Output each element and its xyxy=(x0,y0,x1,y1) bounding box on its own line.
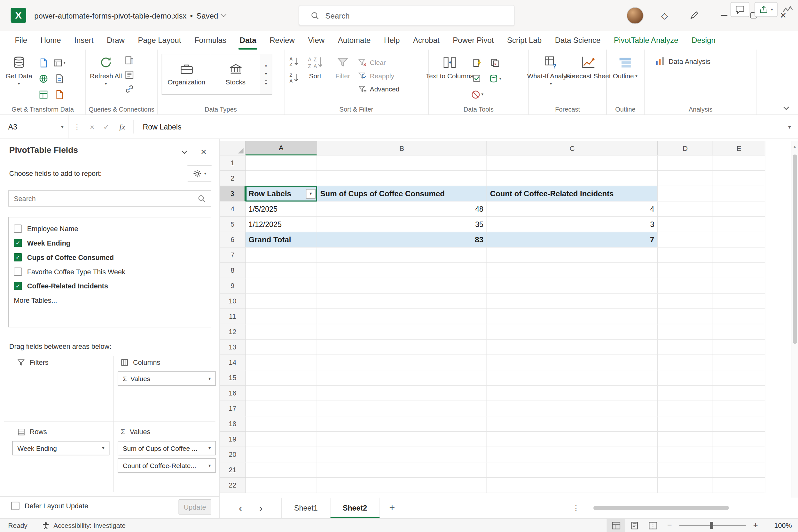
cell-C20[interactable] xyxy=(487,447,658,462)
column-header-e[interactable]: E xyxy=(713,141,765,156)
zoom-in-button[interactable]: + xyxy=(748,521,763,530)
cell-C22[interactable] xyxy=(487,478,658,493)
row-header-17[interactable]: 17 xyxy=(220,401,246,416)
cell-D18[interactable] xyxy=(658,416,713,432)
sparkline-icon[interactable] xyxy=(783,5,794,14)
relationships-icon[interactable]: ▾ xyxy=(489,74,501,83)
columns-zone[interactable]: ΣValues▾ xyxy=(118,372,218,386)
tab-script-lab[interactable]: Script Lab xyxy=(500,31,548,50)
cell-D14[interactable] xyxy=(658,355,713,370)
cell-C17[interactable] xyxy=(487,401,658,416)
comments-button[interactable] xyxy=(730,2,749,17)
horizontal-scrollbar[interactable] xyxy=(588,506,788,510)
cell-C12[interactable] xyxy=(487,324,658,340)
row-header-2[interactable]: 2 xyxy=(220,171,246,186)
area-field-pill[interactable]: ΣValues▾ xyxy=(118,372,216,386)
cell-C5[interactable]: 3 xyxy=(487,217,658,232)
cell-C8[interactable] xyxy=(487,263,658,278)
cell-C1[interactable] xyxy=(487,155,658,171)
collapse-ribbon-icon[interactable] xyxy=(783,106,790,110)
cell-D4[interactable] xyxy=(658,202,713,217)
rows-area[interactable]: Rows Week Ending▾ xyxy=(4,425,112,492)
cell-E12[interactable] xyxy=(713,324,765,340)
what-if-analysis-button[interactable]: ? What-If Analysis▾ xyxy=(533,53,569,90)
sheet-tab-sheet1[interactable]: Sheet1 xyxy=(281,498,330,518)
tab-home[interactable]: Home xyxy=(34,31,68,50)
cell-B19[interactable] xyxy=(317,432,487,447)
fields-search-box[interactable]: Search xyxy=(8,190,211,207)
row-header-13[interactable]: 13 xyxy=(220,340,246,355)
row-header-5[interactable]: 5 xyxy=(220,217,246,232)
cell-A11[interactable] xyxy=(246,309,317,324)
select-all-corner[interactable] xyxy=(220,141,246,156)
scroll-up-icon[interactable]: ▴ xyxy=(791,144,798,149)
cell-D8[interactable] xyxy=(658,263,713,278)
pen-icon[interactable] xyxy=(679,0,709,31)
cell-A16[interactable] xyxy=(246,385,317,401)
field-item[interactable]: Employee Name xyxy=(12,222,208,236)
tab-pivottable-analyze[interactable]: PivotTable Analyze xyxy=(607,31,685,50)
values-area[interactable]: Σ Values Sum of Cups of Coffee ...▾Count… xyxy=(118,425,218,492)
fields-options-button[interactable]: ▾ xyxy=(187,165,212,182)
field-checkbox[interactable]: ✓ xyxy=(14,253,22,262)
values-zone[interactable]: Sum of Cups of Coffee ...▾Count of Coffe… xyxy=(118,441,218,473)
cell-C11[interactable] xyxy=(487,309,658,324)
cell-D20[interactable] xyxy=(658,447,713,462)
insert-function-button[interactable]: fx xyxy=(114,122,131,131)
cell-E3[interactable] xyxy=(713,186,765,202)
chevron-down-icon[interactable] xyxy=(221,12,227,17)
data-source-settings-icon[interactable] xyxy=(55,90,64,99)
cell-D3[interactable] xyxy=(658,186,713,202)
field-checkbox[interactable] xyxy=(14,225,22,233)
area-field-pill[interactable]: Count of Coffee-Relate...▾ xyxy=(118,458,216,473)
prev-sheet-button[interactable]: ‹ xyxy=(230,502,251,514)
forecast-sheet-button[interactable]: Forecast Sheet xyxy=(572,53,605,82)
cell-E14[interactable] xyxy=(713,355,765,370)
cell-A1[interactable] xyxy=(246,155,317,171)
normal-view-button[interactable] xyxy=(607,518,625,532)
zoom-level[interactable]: 100% xyxy=(763,521,792,529)
cell-D13[interactable] xyxy=(658,340,713,355)
field-item[interactable]: ✓Cups of Coffee Consumed xyxy=(12,250,208,264)
stocks-data-type[interactable]: Stocks xyxy=(211,54,261,94)
sheet-options-icon[interactable]: ⋮ xyxy=(570,498,582,518)
data-analysis-button[interactable]: Data Analysis xyxy=(655,57,710,66)
cell-A7[interactable] xyxy=(246,247,317,263)
cell-D22[interactable] xyxy=(658,478,713,493)
next-sheet-button[interactable]: › xyxy=(251,502,271,514)
pane-close-icon[interactable]: × xyxy=(194,144,213,159)
cell-E11[interactable] xyxy=(713,309,765,324)
cell-C6[interactable]: 7 xyxy=(487,232,658,247)
cell-E1[interactable] xyxy=(713,155,765,171)
field-checkbox[interactable] xyxy=(14,268,22,276)
flash-fill-icon[interactable] xyxy=(473,58,482,68)
row-header-11[interactable]: 11 xyxy=(220,309,246,324)
formula-bar-grip[interactable]: ⋮ xyxy=(69,122,85,131)
existing-connections-icon[interactable] xyxy=(55,74,64,83)
cell-E16[interactable] xyxy=(713,385,765,401)
cell-A13[interactable] xyxy=(246,340,317,355)
columns-area[interactable]: Columns ΣValues▾ xyxy=(118,356,218,419)
properties-icon[interactable] xyxy=(125,70,134,79)
queries-connections-icon[interactable] xyxy=(125,56,134,65)
cell-C2[interactable] xyxy=(487,171,658,186)
cell-B1[interactable] xyxy=(317,155,487,171)
filter-dropdown-button[interactable]: ▾ xyxy=(306,189,316,198)
organization-data-type[interactable]: Organization xyxy=(162,54,211,94)
from-web-icon[interactable] xyxy=(39,74,48,83)
cell-B18[interactable] xyxy=(317,416,487,432)
row-header-22[interactable]: 22 xyxy=(220,478,246,493)
cell-A21[interactable] xyxy=(246,462,317,478)
area-field-pill[interactable]: Sum of Cups of Coffee ...▾ xyxy=(118,441,216,455)
cell-E22[interactable] xyxy=(713,478,765,493)
add-sheet-button[interactable]: + xyxy=(380,502,404,513)
zoom-out-button[interactable]: − xyxy=(662,521,677,530)
horizontal-scroll-thumb[interactable] xyxy=(593,506,729,510)
cell-B4[interactable]: 48 xyxy=(317,202,487,217)
cell-E17[interactable] xyxy=(713,401,765,416)
field-checkbox[interactable]: ✓ xyxy=(14,239,22,247)
cell-B2[interactable] xyxy=(317,171,487,186)
cell-A4[interactable]: 1/5/2025 xyxy=(246,202,317,217)
cell-D15[interactable] xyxy=(658,370,713,385)
cell-B13[interactable] xyxy=(317,340,487,355)
